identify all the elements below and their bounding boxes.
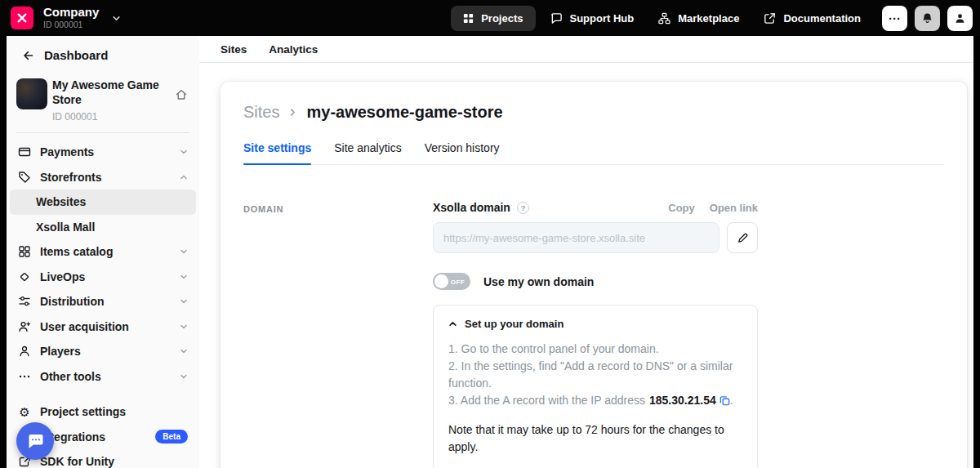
user-plus-icon (18, 320, 31, 333)
card-icon (18, 145, 31, 158)
setup-domain-header[interactable]: Set up your domain (448, 318, 742, 330)
home-icon[interactable] (175, 88, 188, 123)
chevron-right-icon (288, 108, 297, 117)
sidebar-item-liveops[interactable]: LiveOps (10, 265, 196, 290)
tag-icon (18, 171, 31, 184)
sidebar: Dashboard My Awesome Game Store ID 00000… (7, 36, 199, 468)
gear-icon: ⚙ (18, 406, 31, 418)
edit-domain-button[interactable] (727, 222, 758, 253)
main-content: Sites Analytics Sites my-awesome-game-st… (199, 36, 973, 468)
chevron-down-icon[interactable] (112, 14, 121, 23)
company-name: Company (43, 6, 99, 20)
documentation-button[interactable]: Documentation (754, 6, 871, 31)
pencil-icon (737, 232, 749, 244)
card-tabs: Site settings Site analytics Version his… (243, 141, 944, 165)
chat-bubble-icon (550, 12, 563, 25)
domain-section-label: DOMAIN (243, 201, 433, 468)
topbar-nav: Projects Support Hub Marketplace Documen… (451, 6, 871, 31)
grid-icon (463, 13, 474, 24)
topbar-icon-buttons: ··· (882, 6, 973, 31)
bell-icon (921, 12, 933, 25)
setup-domain-panel: Set up your domain 1. Go to the control … (433, 305, 758, 468)
sidebar-item-distribution[interactable]: Distribution (10, 289, 196, 314)
sidebar-item-payments[interactable]: Payments (10, 140, 196, 165)
sidebar-item-other-tools[interactable]: Other tools (10, 364, 196, 390)
project-block[interactable]: My Awesome Game Store ID 000001 (7, 72, 199, 123)
project-avatar (16, 78, 47, 109)
external-link-icon (764, 12, 776, 25)
breadcrumb: Sites my-awesome-game-store (243, 103, 944, 122)
copy-ip-icon[interactable] (719, 395, 730, 406)
person-icon (18, 345, 31, 358)
copy-link-button[interactable]: Copy (668, 202, 695, 214)
tab-analytics[interactable]: Analytics (269, 43, 318, 56)
tab-sites[interactable]: Sites (220, 43, 247, 56)
company-switcher[interactable]: Company ID 000001 (43, 6, 99, 30)
xsolla-domain-header: Xsolla domain ? Copy Open link (433, 201, 758, 214)
chevron-down-icon (180, 247, 188, 256)
chevron-down-icon (180, 323, 188, 331)
notifications-button[interactable] (915, 6, 940, 31)
chat-icon (25, 431, 45, 451)
open-link-button[interactable]: Open link (710, 202, 758, 214)
xsolla-domain-input[interactable] (433, 222, 719, 253)
catalog-grid-icon (18, 245, 31, 258)
chevron-up-icon (448, 319, 457, 328)
sidebar-item-websites[interactable]: Websites (10, 189, 196, 215)
xsolla-domain-label: Xsolla domain (433, 201, 510, 214)
back-label: Dashboard (44, 48, 108, 62)
domain-input-row (433, 222, 758, 253)
arrow-left-icon (21, 49, 34, 62)
sidebar-item-storefronts[interactable]: Storefronts (10, 165, 196, 190)
more-button[interactable]: ··· (882, 6, 907, 31)
xsolla-logo-icon[interactable] (11, 7, 33, 29)
back-to-dashboard[interactable]: Dashboard (7, 36, 199, 72)
chevron-down-icon (180, 347, 188, 355)
sidebar-item-xsolla-mall[interactable]: Xsolla Mall (10, 215, 196, 240)
setup-step-1: 1. Go to the control panel of your domai… (448, 341, 742, 358)
project-name: My Awesome Game Store (52, 78, 168, 107)
sidebar-item-players[interactable]: Players (10, 339, 196, 364)
beta-badge: Beta (155, 430, 188, 443)
sidebar-item-user-acquisition[interactable]: User acquisition (10, 314, 196, 340)
toggle-state: OFF (451, 278, 465, 285)
support-hub-button[interactable]: Support Hub (541, 6, 644, 31)
chevron-up-icon (180, 173, 188, 181)
projects-button[interactable]: Projects (451, 6, 535, 31)
tab-version-history[interactable]: Version history (425, 141, 500, 164)
marketplace-icon (658, 12, 670, 25)
chevron-down-icon (180, 273, 188, 281)
tab-site-settings[interactable]: Site settings (243, 141, 311, 164)
account-button[interactable] (947, 6, 973, 31)
breadcrumb-current: my-awesome-game-store (306, 103, 502, 122)
marketplace-button[interactable]: Marketplace (648, 6, 749, 31)
help-icon[interactable]: ? (517, 202, 529, 214)
sidebar-item-items-catalog[interactable]: Items catalog (10, 239, 196, 265)
own-domain-toggle-row: OFF Use my own domain (433, 273, 758, 290)
chevron-down-icon (180, 297, 188, 305)
own-domain-label: Use my own domain (483, 275, 594, 288)
chat-widget-button[interactable] (16, 422, 54, 460)
sidebar-item-project-settings[interactable]: ⚙ Project settings (10, 399, 196, 425)
top-tabs: Sites Analytics (199, 36, 973, 63)
setup-steps: 1. Go to the control panel of your domai… (448, 341, 742, 409)
breadcrumb-sites[interactable]: Sites (243, 103, 279, 122)
topbar: Company ID 000001 Projects Support Hub M… (0, 0, 980, 36)
project-id: ID 000001 (52, 111, 168, 123)
more-icon: ··· (889, 11, 901, 25)
sliders-icon (18, 295, 31, 308)
setup-note: Note that it may take up to 72 hours for… (448, 421, 742, 456)
chevron-down-icon (180, 372, 188, 381)
own-domain-toggle[interactable]: OFF (433, 273, 470, 290)
setup-step-3: 3. Add the A record with the IP address1… (448, 392, 742, 409)
setup-domain-title: Set up your domain (465, 318, 564, 330)
sidebar-nav: Payments Storefronts Websites Xsolla Mal… (7, 138, 199, 468)
site-settings-card: Sites my-awesome-game-store Site setting… (220, 82, 967, 468)
diamond-icon (18, 270, 31, 283)
ellipsis-icon (18, 370, 31, 383)
setup-step-2: 2. In the settings, find "Add a record t… (448, 358, 742, 392)
tab-site-analytics[interactable]: Site analytics (334, 141, 401, 164)
sidebar-divider (16, 132, 189, 133)
user-icon (954, 12, 966, 25)
domain-section: DOMAIN Xsolla domain ? Copy Open link (243, 201, 944, 468)
